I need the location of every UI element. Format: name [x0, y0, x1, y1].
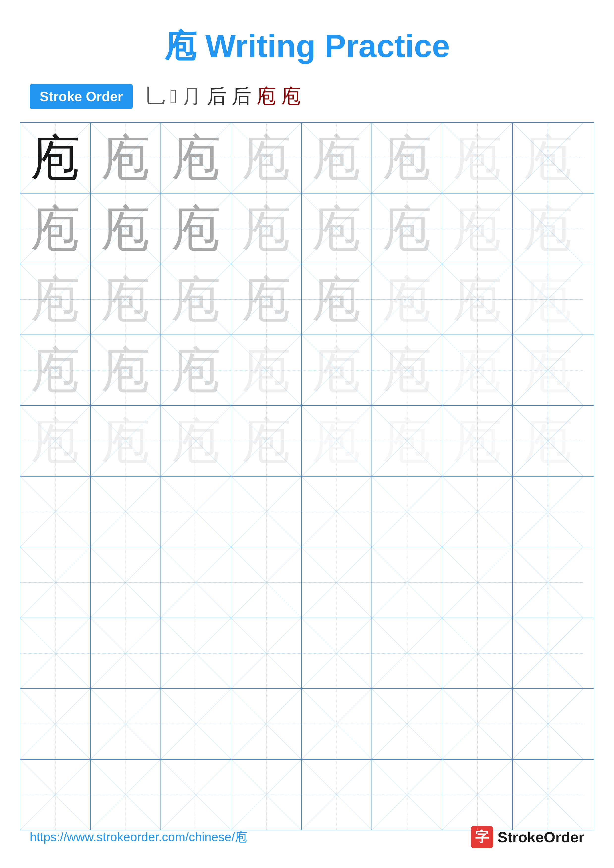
grid-cell-7-3[interactable] — [161, 547, 231, 618]
grid-cell-10-4[interactable] — [231, 760, 302, 830]
grid-cell-9-5[interactable] — [302, 689, 372, 759]
char-light: 庖 — [382, 133, 432, 183]
grid-cell-2-2[interactable]: 庖 — [91, 194, 161, 264]
grid-cell-10-7[interactable] — [442, 760, 513, 830]
char-faint: 庖 — [452, 416, 502, 466]
grid-cell-6-6[interactable] — [372, 477, 442, 547]
grid-cell-5-4[interactable]: 庖 — [231, 406, 302, 476]
page-title-section: 庖 Writing Practice — [0, 0, 614, 68]
grid-cell-8-6[interactable] — [372, 618, 442, 688]
grid-cell-1-7[interactable]: 庖 — [442, 123, 513, 193]
grid-cell-4-2[interactable]: 庖 — [91, 335, 161, 405]
grid-cell-8-1[interactable] — [20, 618, 91, 688]
char-light: 庖 — [101, 274, 150, 324]
grid-cell-7-5[interactable] — [302, 547, 372, 618]
stroke-5: 后 — [232, 83, 252, 110]
grid-cell-7-1[interactable] — [20, 547, 91, 618]
grid-cell-4-3[interactable]: 庖 — [161, 335, 231, 405]
grid-cell-2-8[interactable]: 庖 — [513, 194, 583, 264]
grid-cell-2-6[interactable]: 庖 — [372, 194, 442, 264]
grid-cell-3-5[interactable]: 庖 — [302, 264, 372, 335]
stroke-6: 庖 — [256, 83, 276, 110]
char-medium: 庖 — [171, 133, 221, 183]
grid-cell-6-8[interactable] — [513, 477, 583, 547]
grid-cell-1-4[interactable]: 庖 — [231, 123, 302, 193]
grid-cell-8-7[interactable] — [442, 618, 513, 688]
grid-cell-10-2[interactable] — [91, 760, 161, 830]
grid-cell-3-2[interactable]: 庖 — [91, 264, 161, 335]
grid-row-6 — [20, 477, 594, 547]
grid-cell-4-4[interactable]: 庖 — [231, 335, 302, 405]
grid-cell-8-2[interactable] — [91, 618, 161, 688]
grid-cell-9-6[interactable] — [372, 689, 442, 759]
grid-cell-9-7[interactable] — [442, 689, 513, 759]
grid-cell-5-7[interactable]: 庖 — [442, 406, 513, 476]
grid-row-10 — [20, 760, 594, 830]
grid-cell-10-5[interactable] — [302, 760, 372, 830]
grid-cell-6-1[interactable] — [20, 477, 91, 547]
grid-cell-5-8[interactable]: 庖 — [513, 406, 583, 476]
grid-cell-3-1[interactable]: 庖 — [20, 264, 91, 335]
char-light: 庖 — [171, 274, 221, 324]
grid-cell-9-8[interactable] — [513, 689, 583, 759]
grid-cell-9-3[interactable] — [161, 689, 231, 759]
grid-cell-4-7[interactable]: 庖 — [442, 335, 513, 405]
grid-cell-8-3[interactable] — [161, 618, 231, 688]
grid-cell-8-8[interactable] — [513, 618, 583, 688]
grid-cell-10-8[interactable] — [513, 760, 583, 830]
grid-cell-3-4[interactable]: 庖 — [231, 264, 302, 335]
grid-cell-2-7[interactable]: 庖 — [442, 194, 513, 264]
grid-cell-2-3[interactable]: 庖 — [161, 194, 231, 264]
grid-cell-2-5[interactable]: 庖 — [302, 194, 372, 264]
grid-cell-4-6[interactable]: 庖 — [372, 335, 442, 405]
char-faint: 庖 — [523, 346, 573, 395]
char-medium: 庖 — [101, 133, 150, 183]
grid-cell-5-6[interactable]: 庖 — [372, 406, 442, 476]
grid-cell-1-2[interactable]: 庖 — [91, 123, 161, 193]
char-light: 庖 — [31, 274, 80, 324]
grid-cell-4-8[interactable]: 庖 — [513, 335, 583, 405]
grid-cell-9-1[interactable] — [20, 689, 91, 759]
grid-cell-1-5[interactable]: 庖 — [302, 123, 372, 193]
grid-cell-3-6[interactable]: 庖 — [372, 264, 442, 335]
grid-cell-9-4[interactable] — [231, 689, 302, 759]
grid-cell-3-3[interactable]: 庖 — [161, 264, 231, 335]
grid-cell-6-2[interactable] — [91, 477, 161, 547]
grid-cell-6-7[interactable] — [442, 477, 513, 547]
grid-row-1: 庖 庖 庖 庖 庖 庖 庖 庖 — [20, 123, 594, 194]
grid-cell-10-3[interactable] — [161, 760, 231, 830]
grid-cell-7-2[interactable] — [91, 547, 161, 618]
char-faint: 庖 — [523, 416, 573, 466]
grid-cell-1-6[interactable]: 庖 — [372, 123, 442, 193]
grid-cell-5-2[interactable]: 庖 — [91, 406, 161, 476]
grid-cell-10-6[interactable] — [372, 760, 442, 830]
grid-cell-7-8[interactable] — [513, 547, 583, 618]
grid-cell-5-5[interactable]: 庖 — [302, 406, 372, 476]
grid-cell-9-2[interactable] — [91, 689, 161, 759]
grid-cell-8-5[interactable] — [302, 618, 372, 688]
grid-cell-4-5[interactable]: 庖 — [302, 335, 372, 405]
grid-cell-6-3[interactable] — [161, 477, 231, 547]
grid-cell-7-6[interactable] — [372, 547, 442, 618]
grid-cell-2-4[interactable]: 庖 — [231, 194, 302, 264]
grid-cell-6-4[interactable] — [231, 477, 302, 547]
grid-cell-2-1[interactable]: 庖 — [20, 194, 91, 264]
grid-cell-5-1[interactable]: 庖 — [20, 406, 91, 476]
footer-url[interactable]: https://www.strokeorder.com/chinese/庖 — [30, 829, 247, 845]
grid-row-7 — [20, 547, 594, 618]
grid-cell-4-1[interactable]: 庖 — [20, 335, 91, 405]
grid-cell-3-7[interactable]: 庖 — [442, 264, 513, 335]
grid-cell-1-8[interactable]: 庖 — [513, 123, 583, 193]
grid-cell-8-4[interactable] — [231, 618, 302, 688]
grid-cell-6-5[interactable] — [302, 477, 372, 547]
grid-cell-1-1[interactable]: 庖 — [20, 123, 91, 193]
grid-cell-5-3[interactable]: 庖 — [161, 406, 231, 476]
char-very-light: 庖 — [31, 416, 80, 466]
grid-cell-10-1[interactable] — [20, 760, 91, 830]
grid-row-9 — [20, 689, 594, 760]
writing-grid: 庖 庖 庖 庖 庖 庖 庖 庖 庖 庖 庖 庖 庖 庖 庖 庖 庖 庖 庖 庖 … — [20, 122, 594, 831]
grid-cell-3-8[interactable]: 庖 — [513, 264, 583, 335]
grid-cell-1-3[interactable]: 庖 — [161, 123, 231, 193]
grid-cell-7-7[interactable] — [442, 547, 513, 618]
grid-cell-7-4[interactable] — [231, 547, 302, 618]
